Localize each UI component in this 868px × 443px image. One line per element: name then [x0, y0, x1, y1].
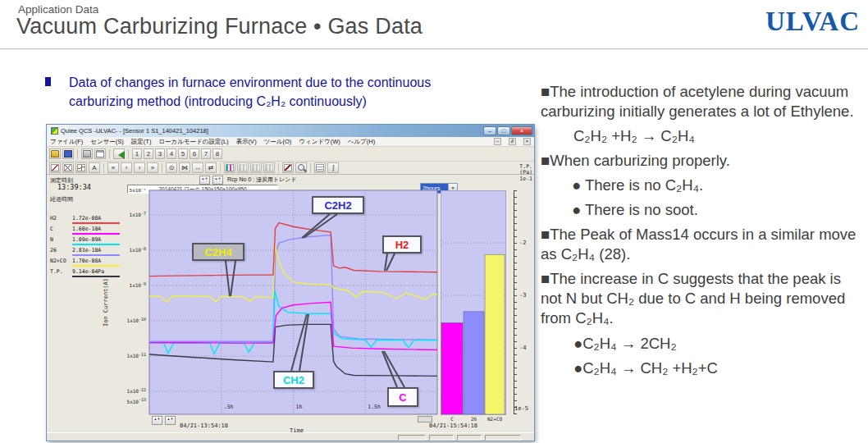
x-tick-label: .5h: [224, 404, 234, 410]
bar-graph-2-button[interactable]: [237, 162, 249, 173]
page-title: Vacuum Carburizing Furnace • Gas Data: [16, 14, 423, 39]
slide: Application Data Vacuum Carburizing Furn…: [0, 0, 868, 443]
minimize-button[interactable]: –: [483, 126, 496, 135]
preset-button-6[interactable]: 6: [190, 148, 199, 159]
note-subitem: ● There is no C₂H₄.: [541, 176, 866, 195]
menu-settings[interactable]: 設定(T): [131, 138, 152, 146]
bar-graph-3-button[interactable]: [250, 162, 262, 173]
menu-window[interactable]: ウィンドウ(W): [299, 138, 340, 146]
preset-button-5[interactable]: 5: [178, 148, 188, 159]
zoom-reset-button[interactable]: ⊙: [166, 162, 177, 173]
notes-panel: ■The introduction of acetylene during va…: [541, 82, 866, 383]
preset-button-2[interactable]: 2: [144, 148, 153, 159]
step-trend-button[interactable]: [75, 162, 87, 173]
bar-chart-gray-icon: [252, 164, 260, 171]
bar-category-label: 26: [471, 416, 477, 422]
preset-button-4[interactable]: 4: [167, 148, 176, 159]
mdi-restore-button[interactable]: ∂: [509, 138, 516, 145]
x-scrollbar[interactable]: [418, 416, 432, 422]
zoom-x-button[interactable]: ⋈: [179, 162, 190, 173]
callout-c2h4: C2H4: [192, 243, 244, 261]
note-formula: ●C₂H₄ → 2CH₂: [541, 334, 866, 354]
header-divider: [0, 48, 868, 50]
preset-button-1[interactable]: 1: [132, 148, 142, 159]
menu-tools[interactable]: ツール(O): [264, 138, 292, 146]
next-page-button[interactable]: ›: [134, 162, 145, 173]
spinner-up-down[interactable]: ▲▼: [152, 416, 162, 425]
trend-graph-button[interactable]: [49, 162, 61, 173]
grid-button[interactable]: [314, 162, 326, 173]
bar-chart-gray-icon: [265, 164, 273, 171]
y-tick-label: 1x10-7: [130, 211, 146, 218]
toolbar-separator: [128, 149, 129, 159]
toolbar-separator: [103, 163, 104, 173]
menu-help[interactable]: ヘルプ(H): [348, 138, 375, 146]
callout-c2h2: C2H2: [312, 196, 364, 214]
spinner-up-down[interactable]: ▲▼: [212, 176, 223, 185]
mdi-minimize-button[interactable]: –: [494, 138, 501, 145]
toolbar-separator: [310, 163, 311, 173]
folder-icon: [51, 150, 59, 158]
swap-axis-button[interactable]: ⇄: [205, 162, 217, 173]
intro-text: Data of changes in furnace environment d…: [69, 73, 492, 111]
right-axis-tick-label: -2: [519, 240, 526, 246]
back-button[interactable]: [113, 148, 125, 159]
status-panel: [485, 435, 521, 441]
integral-button[interactable]: ∫: [327, 162, 339, 173]
mdi-close-button[interactable]: ×: [523, 138, 531, 145]
menu-bar: ファイル(F) センサー(S) 設定(T) ローカルモードの設定(L) 表示(V…: [47, 137, 534, 147]
bar-graph-4-button[interactable]: [263, 162, 275, 173]
legend-label: N: [50, 236, 72, 243]
prev-page-button[interactable]: ‹: [121, 162, 132, 173]
open-button[interactable]: [49, 148, 61, 159]
legend-label: 26: [50, 247, 72, 253]
note-formula: ●C₂H₄ → CH₂ +H₂+C: [541, 359, 866, 378]
y-tick-label: 1x10-12: [127, 387, 146, 395]
menu-sensor[interactable]: センサー(S): [90, 138, 124, 146]
annotation-button[interactable]: A: [89, 162, 100, 173]
spinner-up-down[interactable]: ▲▼: [199, 176, 210, 185]
back-arrow-icon: [114, 151, 125, 159]
close-button[interactable]: ×: [511, 126, 532, 135]
pen-button[interactable]: [282, 162, 294, 173]
maximize-button[interactable]: □: [497, 126, 510, 135]
expand-x-button[interactable]: ↔: [192, 162, 203, 173]
elapsed-time-label: 経過時間: [50, 195, 73, 203]
menu-localmode[interactable]: ローカルモードの設定(L): [158, 138, 228, 146]
bar-graph-button[interactable]: [224, 162, 235, 173]
first-page-button[interactable]: «: [107, 162, 119, 173]
legend-label: T.P.: [50, 268, 72, 275]
toolbar-separator: [162, 163, 162, 173]
print-button[interactable]: [81, 148, 93, 159]
magnifier-icon: [298, 164, 304, 171]
bar-N2+CO: [485, 254, 505, 414]
bar-chart-gray-icon: [239, 164, 247, 171]
preset-button-7[interactable]: 7: [201, 148, 211, 159]
note-subitem: ● There is no soot.: [541, 200, 866, 220]
zoom-tool-button[interactable]: [295, 162, 307, 173]
legend-label: C: [50, 226, 72, 232]
note-formula: C₂H₂ +H₂ → C₂H₄: [541, 126, 866, 146]
preset-button-8[interactable]: 8: [212, 148, 222, 159]
grid-icon: [316, 164, 324, 171]
window-title: Qulee QCS -ULVAC- - [Sensor 1 S1_140421_…: [61, 127, 482, 135]
line-chart-icon: [51, 164, 59, 171]
right-axis: -2-3-41e-5: [509, 190, 534, 417]
preview-button[interactable]: [94, 148, 106, 159]
legend-label: H2: [50, 215, 72, 222]
save-button[interactable]: [62, 148, 74, 159]
callout-h2: H2: [382, 235, 422, 253]
y-tick-label: 1x10-10: [127, 317, 146, 324]
title-bar[interactable]: Qulee QCS -ULVAC- - [Sensor 1 S1_140421_…: [47, 125, 534, 137]
time-axis-end: 04/21-15:54:18: [429, 422, 477, 429]
measurement-time-value: 13:39:34: [57, 183, 91, 191]
preset-button-3[interactable]: 3: [155, 148, 165, 159]
spinner-up-down[interactable]: ▲▼: [165, 416, 176, 425]
right-axis-title-line: 1e-1: [500, 176, 532, 182]
multi-trend-button[interactable]: [62, 162, 74, 173]
x-tick-label: 1h: [296, 404, 303, 410]
menu-view[interactable]: 表示(V): [236, 138, 257, 146]
bar-26: [464, 312, 484, 414]
last-page-button[interactable]: »: [147, 162, 158, 173]
menu-file[interactable]: ファイル(F): [50, 138, 83, 146]
